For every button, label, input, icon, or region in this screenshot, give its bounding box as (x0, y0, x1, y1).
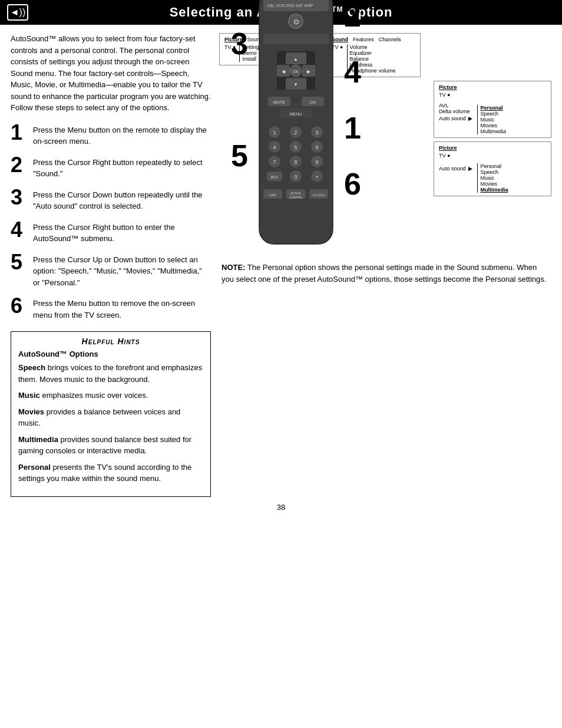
step-6-overlay: 6 (344, 169, 361, 199)
hints-title: Helpful Hints (18, 337, 203, 346)
svg-text:▶: ▶ (307, 69, 311, 74)
step-5: 5 Press the Cursor Up or Down button to … (11, 252, 211, 289)
hint-multimedia: Multimedia provides sound balance best s… (18, 434, 203, 457)
step-2-text: Press the Cursor Right button repeatedly… (33, 154, 211, 180)
svg-text:6: 6 (315, 144, 318, 150)
step-4-number: 4 (11, 219, 28, 241)
svg-text:CONTRO: CONTRO (289, 196, 302, 199)
step-1-overlay: 1 (344, 113, 361, 143)
step-1-text: Press the Menu button on the remote to d… (33, 122, 211, 147)
step-1-number: 1 (11, 122, 28, 143)
hint-personal: Personal presents the TV's sound accordi… (18, 462, 203, 485)
svg-text:3: 3 (315, 130, 318, 136)
helpful-hints-box: Helpful Hints AutoSound™ Options Speech … (11, 331, 211, 497)
svg-text:▼: ▼ (293, 82, 298, 87)
svg-text:7: 7 (273, 159, 276, 165)
svg-rect-5 (263, 34, 329, 44)
step-4: 4 Press the Cursor Right button to enter… (11, 219, 211, 245)
svg-text:8: 8 (294, 159, 297, 165)
step-3-number: 3 (11, 187, 28, 208)
step-1: 1 Press the Menu button on the remote to… (11, 122, 211, 147)
svg-text:1: 1 (273, 130, 276, 136)
page-number: 38 (0, 497, 562, 516)
svg-text:ACTIVE: ACTIVE (290, 192, 302, 195)
hint-music: Music emphasizes music over voices. (18, 390, 203, 401)
step-4-overlay: 4 (344, 57, 361, 87)
svg-text:⏻: ⏻ (293, 19, 299, 25)
svg-text:CH: CH (310, 100, 316, 104)
right-column: Picture Sound Features Channels TV ● Set… (219, 33, 551, 285)
step-3-text: Press the Cursor Down button repeatedly … (33, 187, 211, 212)
step-2-number: 2 (11, 154, 28, 176)
step-3: 3 Press the Cursor Down button repeatedl… (11, 187, 211, 212)
svg-text:5: 5 (294, 144, 297, 150)
step-right-numbers: 2 4 1 6 (344, 0, 361, 212)
svg-text:2: 2 (294, 130, 297, 136)
svg-text:OK: OK (293, 70, 299, 74)
remote-control: CBL VCR DVD SAT AMP ⏻ ▲ ▼ (250, 0, 342, 249)
svg-text:SAP: SAP (269, 193, 276, 197)
remote-with-overlays: 3 5 CBL VCR DVD SAT AMP ⏻ (231, 0, 551, 249)
svg-text:MUTE: MUTE (273, 100, 285, 104)
step-5-number: 5 (11, 252, 28, 273)
step-6: 6 Press the Menu button to remove the on… (11, 295, 211, 321)
svg-text:9: 9 (315, 159, 318, 165)
step-5-text: Press the Cursor Up or Down button to se… (33, 252, 211, 289)
svg-text:0: 0 (294, 174, 297, 180)
page: ◄)) Selecting an AutoSoundTM Option Auto… (0, 0, 562, 516)
step-6-number: 6 (11, 295, 28, 317)
sound-icon: ◄)) (7, 4, 28, 21)
remote-svg: CBL VCR DVD SAT AMP ⏻ ▲ ▼ (250, 0, 342, 247)
hints-subtitle: AutoSound™ Options (18, 350, 203, 358)
step-3-overlay: 3 (231, 28, 248, 59)
steps-list: 1 Press the Menu button on the remote to… (11, 122, 211, 321)
hint-speech: Speech brings voices to the forefront an… (18, 362, 203, 385)
step-2: 2 Press the Cursor Right button repeated… (11, 154, 211, 180)
note-text: NOTE: The Personal option shows the pers… (219, 262, 551, 285)
left-column: AutoSound™ allows you to select from fou… (11, 33, 211, 497)
svg-text:•: • (316, 174, 318, 180)
svg-text:MENU: MENU (290, 112, 302, 116)
svg-text:AV+: AV+ (270, 175, 278, 179)
svg-text:CLOCK: CLOCK (313, 193, 325, 197)
step-5-overlay: 5 (231, 140, 248, 171)
hint-movies: Movies provides a balance between voices… (18, 406, 203, 429)
intro-text: AutoSound™ allows you to select from fou… (11, 33, 211, 114)
step-6-text: Press the Menu button to remove the on-s… (33, 295, 211, 321)
step-left-numbers: 3 5 (231, 0, 248, 212)
svg-text:◀: ◀ (282, 69, 286, 74)
step-4-text: Press the Cursor Right button to enter t… (33, 219, 211, 245)
svg-text:▲: ▲ (293, 57, 298, 62)
step-2-overlay: 2 (344, 1, 361, 31)
svg-text:4: 4 (273, 144, 276, 150)
svg-text:CBL VCR DVD SAT AMP: CBL VCR DVD SAT AMP (267, 4, 313, 8)
